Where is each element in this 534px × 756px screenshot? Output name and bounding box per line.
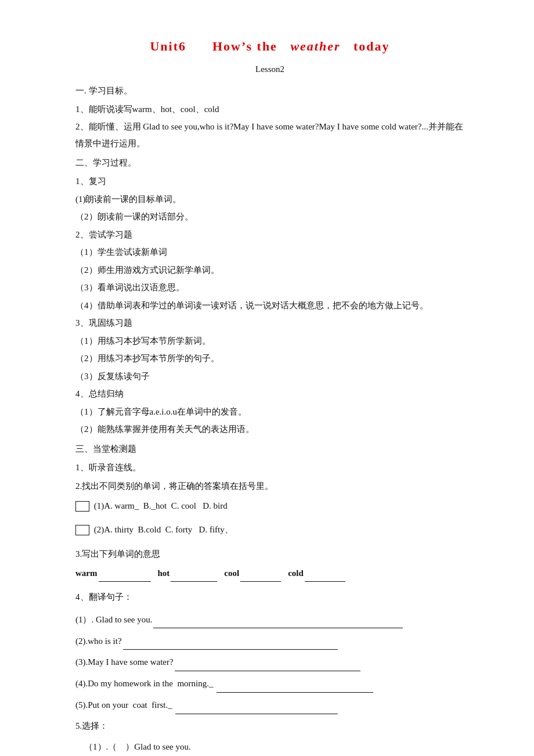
subtitle: Lesson2 [75, 62, 464, 77]
ex2-paren2 [75, 525, 89, 535]
sec2-item14: （1）了解元音字母a.e.i.o.u在单词中的发音。 [75, 404, 464, 420]
sec2-item7: （3）看单词说出汉语意思。 [75, 279, 464, 296]
sec2-item8: （4）借助单词表和学过的单词读一读对话，说一说对话大概意思，把不会的地方做上记号… [75, 297, 464, 314]
word-hot: hot [158, 566, 218, 582]
ex2-item1: (1)A. warm_ B._hot C. cool D. bird [75, 498, 464, 514]
sec2-item5: （1）学生尝试读新单词 [75, 244, 464, 261]
sec2-item12: （3）反复练读句子 [75, 368, 464, 385]
sec2-item13: 4、总结归纳 [75, 386, 464, 402]
page-title: Unit6 How’s the weather today [75, 35, 464, 58]
sec2-item1: 1、复习 [75, 173, 464, 190]
sec2-item2: (1)朗读前一课的目标单词。 [75, 191, 464, 208]
ex4-section: (1）. Glad to see you. (2).who is it? (3)… [75, 610, 464, 714]
sec2-item3: （2）朗读前一课的对话部分。 [75, 208, 464, 225]
ex5-section: （1）.（ ）Glad to see you. A. Glad to see y… [75, 739, 464, 756]
section1-heading: 一. 学习目标。 [75, 83, 464, 99]
word-warm: warm [75, 566, 151, 582]
ex4-item2: (2).who is it? [75, 632, 464, 650]
sec2-item6: （2）师生用游戏方式识记新学单词。 [75, 262, 464, 279]
ex4-label: 4、翻译句子： [75, 589, 464, 606]
section3-heading: 三、当堂检测题 [75, 441, 464, 457]
ex2-paren1 [75, 501, 89, 512]
section2-heading: 二、学习过程。 [75, 155, 464, 171]
title-hows: How’s the [212, 39, 277, 53]
sec2-item11: （2）用练习本抄写本节所学的句子。 [75, 350, 464, 367]
ex2-label: 2.找出不同类别的单词，将正确的答案填在括号里。 [75, 478, 464, 495]
ex1-label: 1、听录音连线。 [75, 459, 464, 476]
ex3-label: 3.写出下列单词的意思 [75, 546, 464, 563]
word-cold: cold [288, 566, 345, 582]
section1-item2: 2、能听懂、运用 Glad to see you,who is it?May I… [75, 118, 464, 152]
ex2-num1: (1)A. warm_ B._hot C. cool D. bird [94, 501, 228, 510]
ex5-label: 5.选择： [75, 718, 464, 735]
ex4-item3: (3).May I have some water? [75, 653, 464, 671]
title-today: today [353, 39, 390, 53]
sec2-item4: 2、尝试学习题 [75, 226, 464, 243]
ex5-q1: （1）.（ ）Glad to see you. [75, 739, 464, 755]
word-cool: cool [224, 566, 281, 582]
section1-item1: 1、能听说读写warm、hot、cool、cold [75, 101, 464, 118]
title-unit: Unit6 [150, 39, 186, 53]
sec2-item10: （1）用练习本抄写本节所学新词。 [75, 333, 464, 350]
ex3-word-blanks: warm hot cool cold [75, 566, 464, 582]
sec2-item9: 3、巩固练习题 [75, 315, 464, 332]
title-weather: weather [290, 39, 340, 53]
ex4-item4: (4).Do my homework in the morning._ [75, 675, 464, 693]
ex4-item5: (5).Put on your coat first._ [75, 696, 464, 714]
ex2-item2: (2)A. thirty B.cold C. forty D. fifty、 [75, 522, 464, 538]
sec2-item15: （2）能熟练掌握并使用有关天气的表达用语。 [75, 421, 464, 438]
ex2-num2: (2)A. thirty B.cold C. forty D. fifty、 [94, 525, 233, 534]
ex4-item1: (1）. Glad to see you. [75, 610, 464, 628]
